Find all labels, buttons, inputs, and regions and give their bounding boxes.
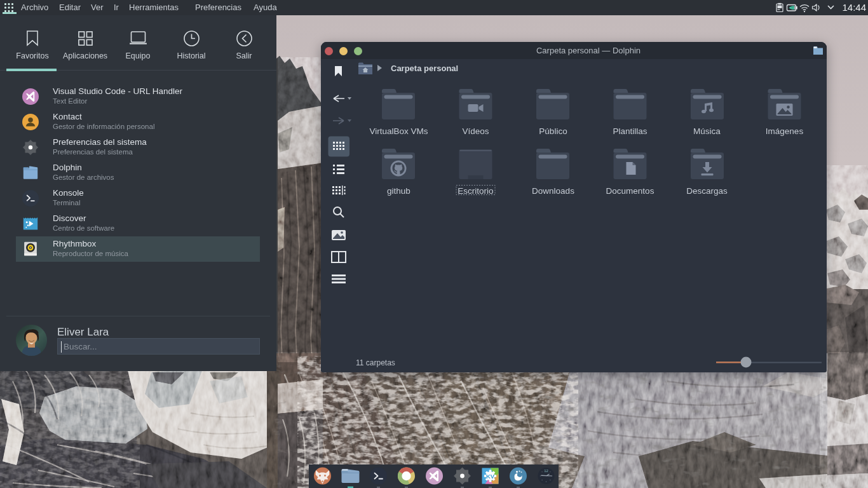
svg-text:KV: KV xyxy=(486,473,495,480)
svg-text:12: 12 xyxy=(544,469,548,473)
